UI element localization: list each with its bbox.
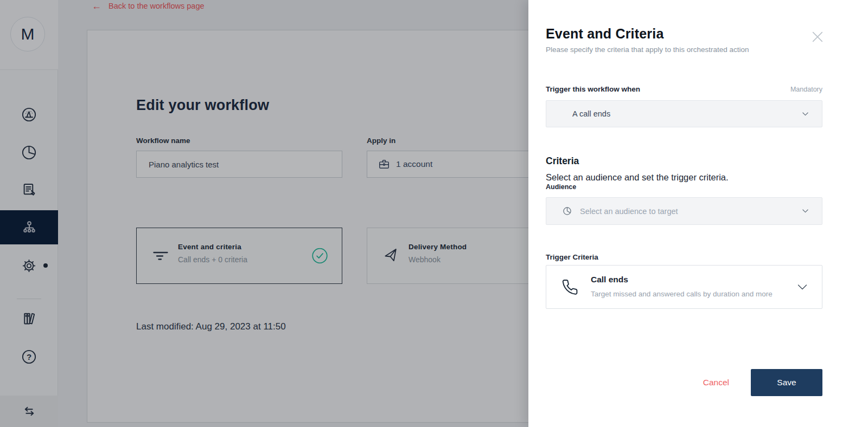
trigger-criteria-title: Call ends <box>591 275 628 284</box>
chevron-down-icon <box>801 206 810 216</box>
pie-chart-icon <box>563 206 572 216</box>
trigger-criteria-description: Target missed and answered calls by dura… <box>591 290 773 298</box>
criteria-heading: Criteria <box>546 156 579 167</box>
trigger-event-select[interactable]: A call ends <box>546 100 822 127</box>
cancel-button[interactable]: Cancel <box>703 378 729 387</box>
drawer-title: Event and Criteria <box>546 26 664 42</box>
trigger-criteria-card[interactable]: Call ends Target missed and answered cal… <box>546 265 822 309</box>
trigger-criteria-label: Trigger Criteria <box>546 253 598 261</box>
criteria-description: Select an audience and set the trigger c… <box>546 172 729 183</box>
audience-select[interactable]: Select an audience to target <box>546 197 822 225</box>
mandatory-tag: Mandatory <box>790 86 822 93</box>
drawer-subtitle: Please specify the criteria that apply t… <box>546 46 749 54</box>
chevron-down-icon <box>796 281 809 294</box>
audience-label: Audience <box>546 183 576 191</box>
chevron-down-icon <box>801 109 810 119</box>
trigger-when-label: Trigger this workflow when <box>546 85 640 93</box>
event-criteria-drawer: Event and Criteria Please specify the cr… <box>528 0 868 427</box>
trigger-event-value: A call ends <box>546 109 610 118</box>
phone-icon <box>561 279 578 295</box>
save-button[interactable]: Save <box>751 369 822 396</box>
close-icon[interactable] <box>812 31 823 42</box>
app-root: M <box>0 0 868 427</box>
